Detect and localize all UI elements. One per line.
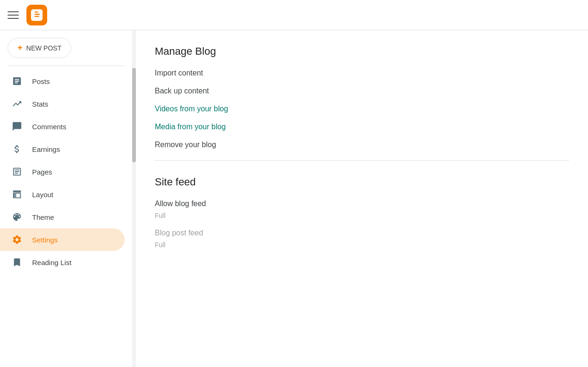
theme-label: Theme <box>32 213 54 221</box>
manage-blog-title: Manage Blog <box>155 45 569 58</box>
new-post-plus-icon: + <box>17 43 23 53</box>
stats-label: Stats <box>32 100 48 108</box>
videos-from-blog-link[interactable]: Videos from your blog <box>155 105 569 113</box>
reading-list-label: Reading List <box>32 259 71 267</box>
site-feed-title: Site feed <box>155 176 569 188</box>
header <box>0 0 588 30</box>
settings-label: Settings <box>32 236 58 244</box>
hamburger-menu-icon[interactable] <box>8 9 19 21</box>
layout-label: Layout <box>32 191 53 199</box>
sidebar-item-reading-list[interactable]: Reading List <box>0 251 125 274</box>
allow-blog-feed-value: Full <box>155 212 569 219</box>
sidebar-item-layout[interactable]: Layout <box>0 183 125 206</box>
blogger-logo-svg <box>30 8 43 22</box>
import-content-item[interactable]: Import content <box>155 69 569 77</box>
allow-blog-feed-label: Allow blog feed <box>155 200 569 208</box>
blog-post-feed-value: Full <box>155 241 569 249</box>
sidebar-item-theme[interactable]: Theme <box>0 206 125 228</box>
section-divider <box>155 160 569 161</box>
comments-icon <box>11 121 23 132</box>
sidebar-divider <box>8 66 125 66</box>
sidebar: + NEW POST Posts Stats Comments <box>0 30 132 367</box>
media-from-blog-link[interactable]: Media from your blog <box>155 123 569 131</box>
sidebar-item-posts[interactable]: Posts <box>0 70 125 92</box>
posts-icon <box>11 75 23 87</box>
new-post-button[interactable]: + NEW POST <box>8 38 71 58</box>
main-content: Manage Blog Import content Back up conte… <box>136 30 588 367</box>
blogger-logo[interactable] <box>26 5 47 25</box>
comments-label: Comments <box>32 123 67 131</box>
backup-content-item[interactable]: Back up content <box>155 87 569 95</box>
theme-icon <box>11 211 23 223</box>
sidebar-item-earnings[interactable]: Earnings <box>0 138 125 160</box>
sidebar-item-comments[interactable]: Comments <box>0 115 125 138</box>
sidebar-item-pages[interactable]: Pages <box>0 160 125 183</box>
stats-icon <box>11 98 23 109</box>
settings-icon <box>11 234 23 245</box>
pages-label: Pages <box>32 168 52 176</box>
sidebar-item-settings[interactable]: Settings <box>0 228 125 251</box>
reading-list-icon <box>11 257 23 268</box>
pages-icon <box>11 166 23 177</box>
earnings-icon <box>11 143 23 155</box>
scrollbar[interactable] <box>132 30 136 367</box>
sidebar-item-stats[interactable]: Stats <box>0 92 125 115</box>
new-post-label: NEW POST <box>26 44 62 52</box>
main-layout: + NEW POST Posts Stats Comments <box>0 30 588 367</box>
posts-label: Posts <box>32 77 50 85</box>
scroll-thumb[interactable] <box>132 68 136 162</box>
remove-blog-item[interactable]: Remove your blog <box>155 141 569 149</box>
layout-icon <box>11 189 23 200</box>
earnings-label: Earnings <box>32 145 60 153</box>
blog-post-feed-label: Blog post feed <box>155 229 569 237</box>
